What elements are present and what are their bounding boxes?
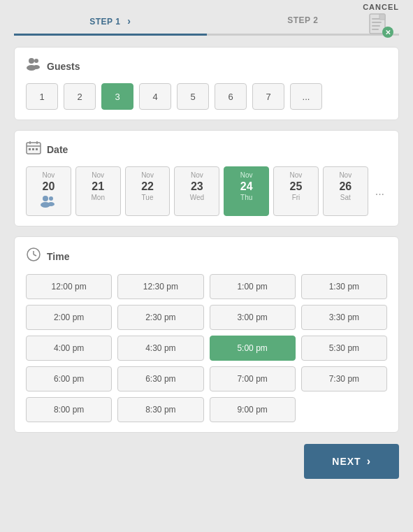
guest-option[interactable]: 5 <box>177 83 209 110</box>
svg-rect-14 <box>29 148 31 150</box>
guests-card: Guests 1234567... <box>14 47 399 120</box>
time-option[interactable]: 7:30 pm <box>301 366 387 391</box>
time-option[interactable]: 4:00 pm <box>26 336 112 361</box>
group-icon <box>40 195 57 211</box>
guest-options: 1234567... <box>26 83 387 110</box>
svg-point-9 <box>33 65 40 69</box>
header: STEP 1 › STEP 2 CANCEL <box>14 7 399 36</box>
svg-point-7 <box>34 59 38 63</box>
cancel-button[interactable]: CANCEL ✕ <box>363 3 399 38</box>
main-container: STEP 1 › STEP 2 CANCEL <box>0 0 413 532</box>
svg-rect-4 <box>372 29 379 30</box>
date-option[interactable]: Nov26Sat <box>323 166 368 216</box>
date-option[interactable]: Nov23Wed <box>174 166 219 216</box>
time-option[interactable]: 6:00 pm <box>26 366 112 391</box>
guests-title: Guests <box>26 57 387 75</box>
guest-option[interactable]: 1 <box>26 83 58 110</box>
next-btn-area: NEXT › <box>14 444 399 479</box>
tab-step1[interactable]: STEP 1 › <box>14 7 207 36</box>
calendar-icon <box>26 141 41 158</box>
time-option[interactable]: 8:00 pm <box>26 397 112 422</box>
svg-rect-5 <box>379 14 385 20</box>
date-option[interactable]: Nov22Tue <box>125 166 171 216</box>
next-arrow-icon: › <box>367 455 371 468</box>
svg-point-18 <box>49 196 53 201</box>
time-option[interactable]: 6:30 pm <box>117 366 203 391</box>
svg-point-17 <box>43 196 48 201</box>
time-option[interactable]: 1:00 pm <box>210 274 296 299</box>
time-option[interactable]: 1:30 pm <box>301 274 387 299</box>
svg-rect-2 <box>372 22 382 23</box>
time-card: Time 12:00 pm12:30 pm1:00 pm1:30 pm2:00 … <box>14 236 399 433</box>
time-option[interactable]: 9:00 pm <box>210 397 296 422</box>
date-title: Date <box>26 141 387 158</box>
time-option[interactable]: 12:00 pm <box>26 274 112 299</box>
clock-icon <box>26 247 41 266</box>
time-option[interactable]: 2:00 pm <box>26 305 112 330</box>
guests-icon <box>26 57 41 75</box>
date-options: Nov20Nov21MonNov22TueNov23WedNov24ThuNov… <box>26 166 387 216</box>
svg-point-20 <box>48 202 55 206</box>
cancel-x-icon: ✕ <box>382 27 393 38</box>
svg-rect-3 <box>372 25 380 27</box>
date-card: Date Nov20Nov21MonNov22TueNov23WedNov24T… <box>14 130 399 227</box>
time-option[interactable]: 5:00 pm <box>210 336 296 361</box>
time-title: Time <box>26 247 387 266</box>
guest-option[interactable]: 4 <box>139 83 171 110</box>
date-option[interactable]: Nov24Thu <box>224 166 269 216</box>
cancel-icon-wrapper: ✕ <box>368 13 393 38</box>
time-option[interactable]: 7:00 pm <box>210 366 296 391</box>
svg-rect-15 <box>32 148 34 150</box>
guest-option[interactable]: 7 <box>252 83 284 110</box>
time-option[interactable]: 3:30 pm <box>301 305 387 330</box>
guest-option[interactable]: ... <box>290 83 322 110</box>
time-option[interactable]: 12:30 pm <box>117 274 203 299</box>
time-grid: 12:00 pm12:30 pm1:00 pm1:30 pm2:00 pm2:3… <box>26 274 387 422</box>
guest-option[interactable]: 2 <box>64 83 96 110</box>
next-button[interactable]: NEXT › <box>304 444 399 479</box>
guest-option[interactable]: 3 <box>101 83 133 110</box>
time-option[interactable]: 8:30 pm <box>117 397 203 422</box>
time-option[interactable]: 5:30 pm <box>301 336 387 361</box>
date-option[interactable]: Nov25Fri <box>273 166 319 216</box>
time-option[interactable]: 4:30 pm <box>117 336 203 361</box>
time-option[interactable]: 2:30 pm <box>117 305 203 330</box>
svg-rect-16 <box>36 148 38 150</box>
date-option[interactable]: Nov20 <box>26 166 71 216</box>
date-option[interactable]: Nov21Mon <box>75 166 121 216</box>
svg-point-6 <box>29 58 34 64</box>
tab-arrow-icon: › <box>127 15 131 27</box>
time-option[interactable]: 3:00 pm <box>210 305 296 330</box>
svg-line-23 <box>34 254 36 256</box>
date-more[interactable]: ... <box>372 166 387 216</box>
guest-option[interactable]: 6 <box>215 83 247 110</box>
